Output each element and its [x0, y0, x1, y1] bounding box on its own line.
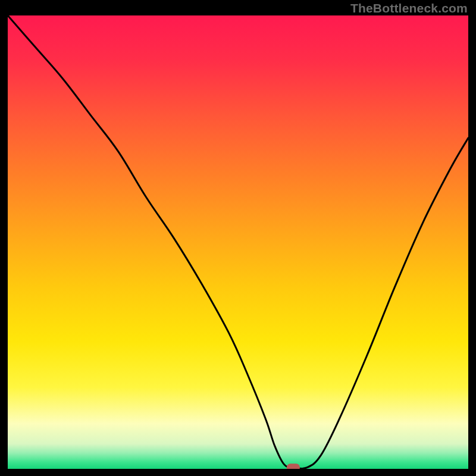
plot-frame: [8, 15, 468, 469]
plot-area: [8, 15, 468, 469]
watermark-text: TheBottleneck.com: [350, 1, 468, 15]
chart-container: TheBottleneck.com: [0, 0, 476, 476]
plot-background: [8, 15, 468, 469]
minimum-marker: [287, 464, 300, 469]
